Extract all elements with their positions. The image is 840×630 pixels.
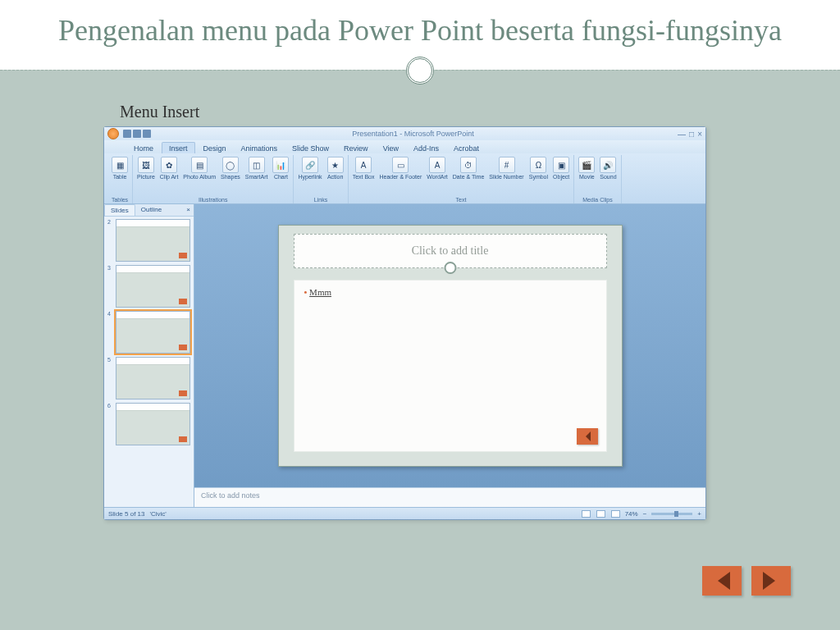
panel-tab-slides[interactable]: Slides [104,204,135,216]
presentation-next-button[interactable] [751,566,791,596]
ribbon-movie-button[interactable]: 🎬Movie [576,155,597,181]
tab-animations[interactable]: Animations [235,143,285,153]
titlebar: Presentation1 - Microsoft PowerPoint — □… [104,127,705,140]
zoom-out-button[interactable]: − [643,510,647,518]
ribbon-item-label: WordArt [427,174,448,180]
slide-action-prev-button[interactable] [577,428,598,445]
ribbon-group-illustrations: 🖼Picture✿Clip Art▤Photo Album◯Shapes◫Sma… [133,155,294,203]
tab-slideshow[interactable]: Slide Show [285,143,336,153]
ribbon-date-time-button[interactable]: ⏱Date & Time [450,155,487,181]
view-slideshow-button[interactable] [611,510,620,518]
ribbon-group-label: Links [314,197,327,203]
tab-view[interactable]: View [377,143,405,153]
zoom-in-button[interactable]: + [697,510,701,518]
ribbon-slide-number-button[interactable]: #Slide Number [486,155,526,181]
zoom-slider[interactable] [651,513,692,515]
canvas-ornament-circle [444,262,456,274]
ribbon-item-label: Symbol [529,174,548,180]
ribbon-action-button[interactable]: ★Action [325,155,346,181]
ribbon-group-links: 🔗Hyperlink★ActionLinks [294,155,348,203]
powerpoint-window: Presentation1 - Microsoft PowerPoint — □… [103,126,706,520]
view-sorter-button[interactable] [596,510,605,518]
ribbon-group-media-clips: 🎬Movie🔊SoundMedia Clips [574,155,621,203]
ribbon-picture-button[interactable]: 🖼Picture [135,155,158,181]
slide-thumbnail[interactable]: 6 [107,403,190,445]
thumb-preview [116,265,190,308]
thumb-number: 3 [107,265,114,308]
tab-design[interactable]: Design [197,143,233,153]
tab-home[interactable]: Home [127,143,160,153]
bullet-icon: • [304,287,308,297]
ribbon-item-label: Chart [274,174,288,180]
ribbon-item-label: SmartArt [245,174,268,180]
tab-addins[interactable]: Add-Ins [407,143,445,153]
ribbon-hyperlink-button[interactable]: 🔗Hyperlink [295,155,324,181]
symbol-icon: Ω [530,157,546,173]
bullet-text: Mmm [309,287,331,297]
shapes-icon: ◯ [222,157,239,173]
panel-tab-outline[interactable]: Outline [135,204,167,216]
ribbon-sound-button[interactable]: 🔊Sound [597,155,619,181]
ribbon-item-label: Text Box [353,174,375,180]
ribbon-symbol-button[interactable]: ΩSymbol [527,155,550,181]
tab-review[interactable]: Review [337,143,375,153]
ribbon-item-label: Hyperlink [298,174,322,180]
content-placeholder[interactable]: • Mmm [294,280,607,452]
slide-panel: Slides Outline × 23456 [104,204,194,507]
title-placeholder-text: Click to add title [412,244,489,258]
qat-redo-icon[interactable] [143,130,151,138]
slide-number-icon: # [499,157,515,173]
notes-pane[interactable]: Click to add notes [194,487,705,507]
ribbon-header-footer-button[interactable]: ▭Header & Footer [377,155,424,181]
view-normal-button[interactable] [582,510,591,518]
thumb-preview [116,219,190,262]
ribbon-tabs: Home Insert Design Animations Slide Show… [104,140,705,153]
close-button[interactable]: × [697,130,702,139]
chart-icon: 📊 [272,157,289,173]
date-time-icon: ⏱ [460,157,477,173]
ribbon-table-button[interactable]: ▦Table [109,155,130,181]
ribbon-item-label: Object [553,174,569,180]
ribbon-clip-art-button[interactable]: ✿Clip Art [158,155,181,181]
slide-canvas[interactable]: Click to add title • Mmm [278,225,623,467]
minimize-button[interactable]: — [678,130,686,139]
ribbon-item-label: Picture [137,174,155,180]
section-label: Menu Insert [120,103,840,121]
thumb-preview [116,311,190,354]
presentation-prev-button[interactable] [702,566,742,596]
tab-insert[interactable]: Insert [162,142,195,153]
ribbon-item-label: Clip Art [160,174,179,180]
thumb-preview [116,403,190,445]
qat-undo-icon[interactable] [133,130,141,138]
tab-acrobat[interactable]: Acrobat [447,143,486,153]
presentation-title: Pengenalan menu pada Power Point beserta… [33,12,807,49]
table-icon: ▦ [112,157,128,173]
office-button[interactable] [107,128,119,139]
status-theme: 'Civic' [149,510,166,518]
title-placeholder[interactable]: Click to add title [294,234,607,268]
ribbon: ▦TableTables🖼Picture✿Clip Art▤Photo Albu… [104,153,705,204]
ribbon-shapes-button[interactable]: ◯Shapes [218,155,243,181]
slide-thumbnail[interactable]: 5 [107,357,190,399]
ribbon-photo-album-button[interactable]: ▤Photo Album [180,155,218,181]
smartart-icon: ◫ [249,157,265,173]
ribbon-wordart-button[interactable]: AWordArt [424,155,450,181]
ribbon-text-box-button[interactable]: AText Box [350,155,377,181]
panel-close-icon[interactable]: × [183,204,194,216]
slide-thumbnail[interactable]: 3 [107,265,190,308]
ribbon-item-label: Shapes [221,174,240,180]
ribbon-object-button[interactable]: ▣Object [550,155,572,181]
ribbon-item-label: Header & Footer [379,174,422,180]
thumb-number: 4 [107,311,114,354]
sound-icon: 🔊 [600,157,616,173]
photo-album-icon: ▤ [191,157,208,173]
ribbon-chart-button[interactable]: 📊Chart [270,155,291,181]
slide-thumbnail[interactable]: 2 [107,219,190,262]
ribbon-smartart-button[interactable]: ◫SmartArt [243,155,271,181]
thumb-preview [116,357,190,399]
qat-save-icon[interactable] [123,130,131,138]
maximize-button[interactable]: □ [689,130,694,139]
ribbon-item-label: Sound [600,174,616,180]
slide-thumbnail[interactable]: 4 [107,311,190,354]
ribbon-group-tables: ▦TableTables [107,155,133,203]
